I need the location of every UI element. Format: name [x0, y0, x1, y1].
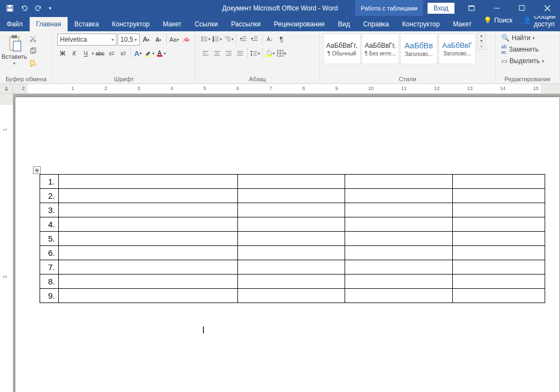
- table-cell[interactable]: [237, 246, 345, 260]
- table-cell[interactable]: [345, 189, 453, 203]
- table-cell[interactable]: [345, 289, 453, 303]
- table-row[interactable]: 7.: [40, 260, 545, 275]
- tab-file[interactable]: Файл: [0, 17, 30, 31]
- table-cell[interactable]: [237, 289, 345, 303]
- tab-home[interactable]: Главная: [30, 17, 68, 31]
- ruler-vertical[interactable]: 12: [0, 94, 13, 392]
- table-row[interactable]: 4.: [40, 217, 545, 232]
- table-row[interactable]: 3.: [40, 203, 545, 217]
- table-cell[interactable]: [237, 260, 345, 275]
- table-row[interactable]: 6.: [40, 246, 545, 260]
- row-number-cell[interactable]: 4.: [40, 217, 59, 232]
- table-cell[interactable]: [58, 260, 237, 275]
- strike-icon[interactable]: abc: [95, 48, 106, 59]
- shrink-font-icon[interactable]: A▾: [153, 34, 164, 45]
- table-cell[interactable]: [345, 203, 453, 217]
- tab-layout[interactable]: Макет: [156, 17, 188, 31]
- align-right-icon[interactable]: [223, 48, 234, 59]
- row-number-cell[interactable]: 6.: [40, 246, 59, 260]
- table-cell[interactable]: [453, 246, 545, 260]
- copy-icon[interactable]: [27, 46, 38, 57]
- decrease-indent-icon[interactable]: [238, 33, 249, 44]
- font-color-icon[interactable]: A▾: [156, 48, 167, 59]
- tab-mailings[interactable]: Рассылки: [224, 17, 267, 31]
- tab-references[interactable]: Ссылки: [188, 17, 224, 31]
- style-heading2[interactable]: АаБбВвГЗаголово...: [439, 33, 476, 64]
- styles-down-icon[interactable]: ▾: [478, 38, 485, 44]
- table-cell[interactable]: [453, 175, 545, 189]
- row-number-cell[interactable]: 1.: [40, 175, 59, 189]
- table-cell[interactable]: [58, 246, 237, 260]
- row-number-cell[interactable]: 8.: [40, 275, 59, 289]
- ruler-horizontal[interactable]: L 12123456789101112131415: [0, 84, 560, 94]
- style-no-spacing[interactable]: АаБбВвГг,¶ Без инте...: [362, 33, 399, 64]
- show-marks-icon[interactable]: ¶: [276, 33, 287, 44]
- undo-icon[interactable]: [18, 2, 31, 15]
- justify-icon[interactable]: [235, 48, 246, 59]
- table-cell[interactable]: [453, 203, 545, 217]
- table-cell[interactable]: [237, 232, 345, 246]
- table-cell[interactable]: [345, 217, 453, 232]
- table-row[interactable]: 1.: [40, 175, 545, 189]
- sort-icon[interactable]: A↓: [264, 33, 275, 44]
- increase-indent-icon[interactable]: [249, 33, 260, 44]
- table-row[interactable]: 8.: [40, 275, 545, 289]
- bullets-icon[interactable]: ▾: [200, 33, 211, 44]
- tab-view[interactable]: Вид: [331, 17, 357, 31]
- table-cell[interactable]: [58, 232, 237, 246]
- table-cell[interactable]: [58, 189, 237, 203]
- format-painter-icon[interactable]: [27, 58, 38, 69]
- row-number-cell[interactable]: 7.: [40, 260, 59, 275]
- close-icon[interactable]: [535, 0, 560, 16]
- align-left-icon[interactable]: [200, 48, 211, 59]
- table-cell[interactable]: [58, 217, 237, 232]
- multilevel-icon[interactable]: ▾: [223, 33, 234, 44]
- table-cell[interactable]: [453, 260, 545, 275]
- grow-font-icon[interactable]: A▴: [141, 34, 152, 45]
- table-row[interactable]: 2.: [40, 189, 545, 203]
- style-normal[interactable]: АаБбВвГг,¶ Обычный: [323, 33, 361, 64]
- underline-icon[interactable]: Ч: [80, 48, 91, 59]
- page-area[interactable]: ✥ 1.2.3.4.5.6.7.8.9. I: [13, 94, 560, 392]
- save-icon[interactable]: [3, 2, 16, 15]
- ribbon-display-icon[interactable]: [459, 0, 484, 16]
- paste-button[interactable]: Вставить ▾: [2, 32, 26, 68]
- ruler-h-track[interactable]: 12123456789101112131415: [13, 84, 560, 93]
- underline-dd-icon[interactable]: ▾: [92, 51, 94, 56]
- table-cell[interactable]: [58, 175, 237, 189]
- line-spacing-icon[interactable]: ▾: [249, 48, 260, 59]
- row-number-cell[interactable]: 3.: [40, 203, 59, 217]
- borders-icon[interactable]: ▾: [276, 48, 287, 59]
- table-cell[interactable]: [453, 289, 545, 303]
- table-cell[interactable]: [345, 260, 453, 275]
- style-heading1[interactable]: АаБбВвЗаголово...: [400, 33, 437, 64]
- table-cell[interactable]: [237, 275, 345, 289]
- redo-icon[interactable]: [32, 2, 45, 15]
- table-cell[interactable]: [345, 232, 453, 246]
- superscript-icon[interactable]: x2: [118, 48, 129, 59]
- font-size-input[interactable]: 10,5▾: [118, 33, 140, 46]
- tab-help[interactable]: Справка: [357, 17, 396, 31]
- document-page[interactable]: ✥ 1.2.3.4.5.6.7.8.9.: [15, 97, 559, 392]
- table-cell[interactable]: [453, 189, 545, 203]
- row-number-cell[interactable]: 2.: [40, 189, 59, 203]
- tab-table-layout[interactable]: Макет: [446, 17, 478, 31]
- table-cell[interactable]: [58, 203, 237, 217]
- highlight-icon[interactable]: ▾: [144, 48, 155, 59]
- minimize-icon[interactable]: [484, 0, 509, 16]
- row-number-cell[interactable]: 5.: [40, 232, 59, 246]
- align-center-icon[interactable]: [212, 48, 223, 59]
- table-row[interactable]: 9.: [40, 289, 545, 303]
- replace-button[interactable]: abacЗаменить: [500, 43, 545, 55]
- table-cell[interactable]: [453, 217, 545, 232]
- bold-icon[interactable]: Ж: [57, 48, 68, 59]
- styles-up-icon[interactable]: ▴: [478, 33, 485, 38]
- cut-icon[interactable]: [27, 33, 38, 44]
- table-cell[interactable]: [345, 246, 453, 260]
- table-cell[interactable]: [345, 275, 453, 289]
- login-button[interactable]: Вход: [428, 3, 454, 14]
- tab-design[interactable]: Конструктор: [106, 17, 156, 31]
- change-case-icon[interactable]: Aa▾: [169, 34, 180, 45]
- text-effects-icon[interactable]: A▾: [132, 48, 143, 59]
- clear-format-icon[interactable]: A: [181, 34, 192, 45]
